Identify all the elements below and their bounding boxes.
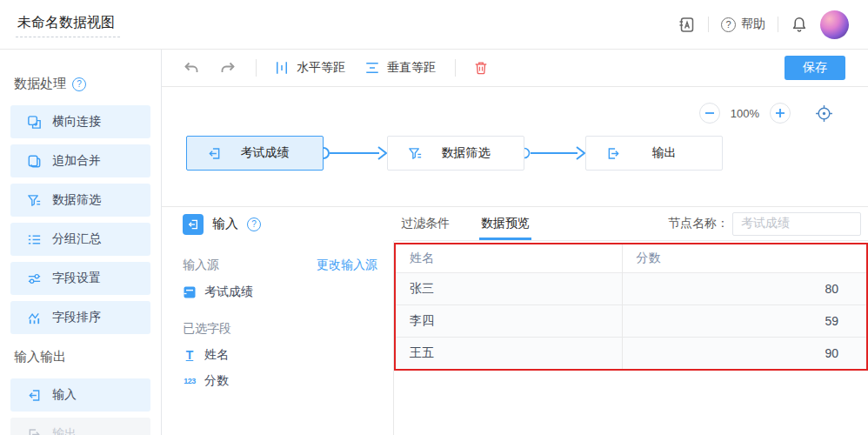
table-row: 王五 90 bbox=[396, 338, 866, 370]
flow-node-exam-scores[interactable]: 考试成绩 bbox=[186, 136, 324, 171]
input-icon bbox=[26, 387, 43, 404]
node-name-group: 节点名称： bbox=[668, 212, 861, 236]
panel-header-right: 过滤条件 数据预览 节点名称： bbox=[394, 207, 868, 241]
column-header-name[interactable]: 姓名 bbox=[396, 244, 622, 273]
divider bbox=[256, 59, 257, 77]
sidebar-item-input[interactable]: 输入 bbox=[10, 378, 150, 412]
config-panel: 输入 ? 过滤条件 数据预览 节点名称： 输入源 更改输入源 bbox=[162, 206, 868, 435]
field-row[interactable]: 123 分数 bbox=[183, 373, 377, 389]
input-icon bbox=[206, 145, 223, 162]
cell-name: 李四 bbox=[396, 305, 622, 338]
cell-score: 80 bbox=[622, 273, 866, 305]
vertical-spacing-button[interactable]: 垂直等距 bbox=[364, 60, 436, 76]
avatar[interactable] bbox=[820, 10, 849, 39]
input-config: 输入源 更改输入源 考试成绩 已选字段 T 姓名 bbox=[162, 241, 394, 435]
sidebar-item-label: 分组汇总 bbox=[52, 231, 101, 247]
help-icon: ? bbox=[721, 17, 736, 32]
question-icon[interactable]: ? bbox=[72, 77, 86, 91]
horizontal-spacing-icon bbox=[274, 60, 290, 76]
source-label: 输入源 bbox=[183, 258, 219, 273]
content: 水平等距 垂直等距 保存 bbox=[162, 50, 868, 435]
field-name: 姓名 bbox=[204, 347, 229, 363]
sidebar-item-label: 输入 bbox=[52, 387, 77, 403]
canvas-toolbar: 水平等距 垂直等距 保存 bbox=[162, 50, 868, 87]
sidebar-item-field-settings[interactable]: 字段设置 bbox=[10, 262, 150, 295]
cell-score: 90 bbox=[622, 338, 866, 370]
tab-filter-conditions[interactable]: 过滤条件 bbox=[401, 207, 450, 240]
source-item[interactable]: 考试成绩 bbox=[183, 284, 377, 300]
node-name-input[interactable] bbox=[732, 212, 861, 236]
bell-icon[interactable] bbox=[791, 16, 808, 33]
source-name: 考试成绩 bbox=[204, 284, 253, 300]
selected-fields-label: 已选字段 bbox=[183, 321, 377, 337]
annotation-box: 姓名 分数 张三 80 李四 bbox=[394, 243, 868, 371]
topbar-actions: ? 帮助 bbox=[678, 10, 849, 39]
node-label: 数据筛选 bbox=[424, 145, 524, 161]
source-row: 输入源 更改输入源 bbox=[183, 258, 377, 273]
field-name: 分数 bbox=[204, 373, 229, 389]
column-header-score[interactable]: 分数 bbox=[622, 244, 866, 273]
contacts-icon[interactable] bbox=[678, 16, 696, 34]
node-label: 考试成绩 bbox=[223, 145, 323, 161]
panel-body: 输入源 更改输入源 考试成绩 已选字段 T 姓名 bbox=[162, 241, 868, 435]
sidebar-item-field-sort[interactable]: 字段排序 bbox=[10, 301, 150, 334]
field-sort-icon bbox=[26, 310, 43, 326]
join-horizontal-icon bbox=[26, 114, 43, 130]
table-header-row: 姓名 分数 bbox=[396, 244, 866, 273]
sidebar-section-processing: 数据处理 ? bbox=[14, 76, 150, 92]
sidebar-item-group-summary[interactable]: 分组汇总 bbox=[10, 223, 150, 256]
filter-icon bbox=[26, 192, 43, 209]
sidebar-item-output: 输出 bbox=[10, 418, 150, 435]
change-source-link[interactable]: 更改输入源 bbox=[317, 258, 377, 273]
preview-area: 姓名 分数 张三 80 李四 bbox=[394, 241, 868, 435]
flow-node-output[interactable]: 输出 bbox=[585, 136, 723, 171]
undo-button[interactable] bbox=[183, 59, 200, 77]
divider bbox=[708, 17, 709, 32]
output-icon bbox=[605, 145, 622, 162]
number-type-icon: 123 bbox=[183, 377, 197, 385]
page-title[interactable]: 未命名数据视图 bbox=[16, 12, 120, 37]
tab-data-preview[interactable]: 数据预览 bbox=[481, 207, 530, 240]
panel-header-left: 输入 ? bbox=[162, 207, 394, 241]
flow-canvas[interactable]: 100% bbox=[162, 87, 868, 206]
sidebar-item-label: 追加合并 bbox=[52, 153, 101, 169]
form-icon bbox=[183, 285, 197, 299]
filter-icon bbox=[407, 145, 424, 162]
help-label: 帮助 bbox=[741, 17, 765, 32]
horizontal-spacing-button[interactable]: 水平等距 bbox=[274, 60, 345, 76]
sidebar-item-append-merge[interactable]: 追加合并 bbox=[10, 144, 150, 177]
vertical-spacing-label: 垂直等距 bbox=[387, 60, 436, 76]
flow-node-data-filter[interactable]: 数据筛选 bbox=[387, 136, 524, 171]
save-button[interactable]: 保存 bbox=[785, 56, 845, 80]
cell-score: 59 bbox=[622, 305, 866, 338]
redo-icon bbox=[219, 59, 237, 77]
redo-button[interactable] bbox=[219, 59, 237, 77]
sidebar-item-label: 横向连接 bbox=[52, 114, 101, 130]
append-merge-icon bbox=[26, 153, 43, 170]
output-icon bbox=[26, 426, 43, 435]
table-row: 张三 80 bbox=[396, 273, 866, 305]
sidebar-section-io: 输入输出 bbox=[14, 349, 150, 365]
topbar: 未命名数据视图 ? 帮助 bbox=[0, 0, 868, 50]
sidebar-item-label: 输出 bbox=[52, 426, 77, 435]
group-summary-icon bbox=[26, 231, 43, 248]
help-button[interactable]: ? 帮助 bbox=[721, 17, 765, 32]
divider bbox=[778, 17, 778, 32]
main: 数据处理 ? 横向连接 追加合并 数据筛选 bbox=[0, 50, 868, 435]
vertical-spacing-icon bbox=[364, 60, 380, 76]
io-title: 输入输出 bbox=[14, 349, 66, 365]
table-row: 李四 59 bbox=[396, 305, 866, 338]
cell-name: 王五 bbox=[396, 338, 622, 370]
sidebar-item-join-horizontal[interactable]: 横向连接 bbox=[10, 105, 150, 138]
panel-title: 输入 bbox=[212, 216, 238, 232]
cell-name: 张三 bbox=[396, 273, 622, 305]
field-row[interactable]: T 姓名 bbox=[183, 347, 377, 363]
sidebar-item-label: 字段设置 bbox=[52, 271, 101, 286]
question-icon[interactable]: ? bbox=[247, 218, 261, 231]
sidebar-item-data-filter[interactable]: 数据筛选 bbox=[10, 184, 150, 217]
delete-button[interactable] bbox=[473, 60, 489, 76]
preview-table: 姓名 分数 张三 80 李四 bbox=[396, 244, 866, 369]
sidebar-item-label: 数据筛选 bbox=[52, 192, 101, 208]
horizontal-spacing-label: 水平等距 bbox=[297, 60, 345, 76]
trash-icon bbox=[473, 60, 489, 76]
